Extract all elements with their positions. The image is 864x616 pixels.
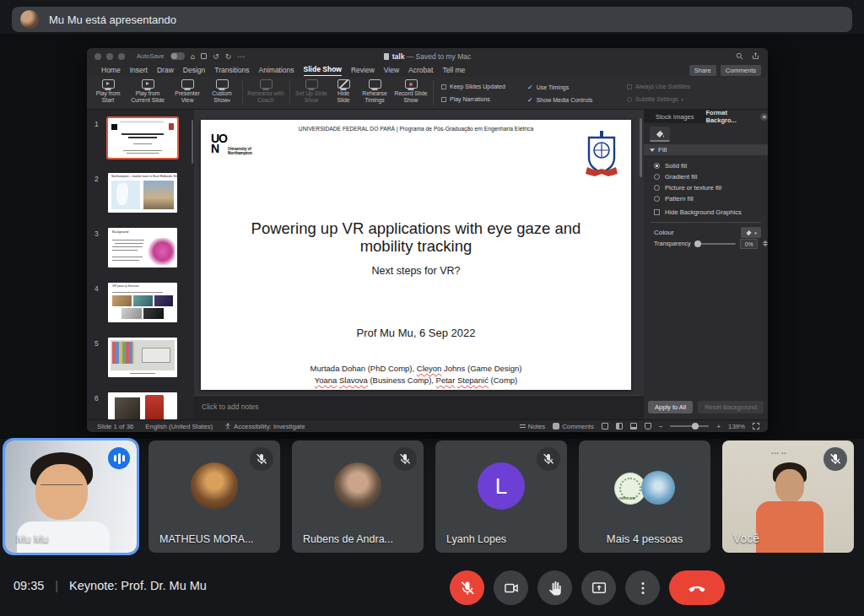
share-window-icon bbox=[752, 52, 759, 60]
leave-call-button[interactable] bbox=[669, 570, 725, 605]
ppt-titlebar: AutoSave ⌂ ↺ ↻ ⋯ talk — Saved to my Mac bbox=[87, 48, 768, 64]
participant-name: Rubens de Andra... bbox=[303, 533, 393, 545]
zoom-level: 139% bbox=[728, 423, 745, 430]
tab-animations: Animations bbox=[259, 66, 294, 76]
document-icon bbox=[384, 53, 389, 60]
rehearse-timings-button: Rehearse Timings bbox=[359, 79, 391, 104]
mic-toggle-button[interactable] bbox=[450, 570, 484, 605]
subtitle-settings-button: Subtitle Settings▾ bbox=[627, 96, 683, 102]
tile-rubens[interactable]: Rubens de Andra... bbox=[292, 440, 424, 553]
tab-draw: Draw bbox=[157, 66, 174, 76]
gradient-fill-radio: Gradient fill bbox=[644, 171, 768, 182]
keep-slides-updated-checkbox: Keep Slides Updated bbox=[441, 84, 505, 89]
slideshow-view-icon bbox=[645, 423, 651, 430]
tab-slide-show: Slide Show bbox=[304, 65, 342, 76]
present-screen-button[interactable] bbox=[581, 570, 616, 605]
tile-more-people[interactable]: GERCOM Mais 4 pessoas bbox=[579, 440, 710, 553]
language-indicator: English (United States) bbox=[145, 423, 213, 430]
clock: 09:35 bbox=[14, 579, 44, 592]
accessibility-status: Accessibility: Investigate bbox=[224, 423, 305, 430]
slide-show-ribbon: Play from Start Play from Current Slide … bbox=[87, 77, 768, 110]
participant-name: Lyanh Lopes bbox=[446, 533, 506, 545]
ufpa-crest bbox=[584, 130, 619, 179]
transparency-row: Transparency 0% bbox=[644, 238, 768, 249]
photo-avatar bbox=[641, 471, 675, 505]
zoom-out-button: − bbox=[659, 423, 663, 430]
tile-you[interactable]: ▪▪▪ ▪▪ Você bbox=[722, 440, 854, 553]
accessibility-icon bbox=[224, 423, 231, 430]
avatar bbox=[334, 462, 381, 510]
canvas-scrollbar bbox=[640, 118, 642, 177]
show-media-controls-checkbox: ✓Show Media Controls bbox=[527, 96, 592, 104]
thumbnail-slide-1 bbox=[108, 118, 177, 158]
tile-mu-mu[interactable]: Mu Mu bbox=[5, 440, 137, 553]
presenter-view-button: Presenter View bbox=[171, 79, 203, 104]
apply-to-all-button: Apply to All bbox=[648, 401, 693, 413]
solid-fill-radio: Solid fill bbox=[644, 160, 768, 171]
tile-matheus[interactable]: MATHEUS MORA... bbox=[148, 440, 280, 553]
use-timings-checkbox: ✓Use Timings bbox=[527, 84, 569, 91]
mic-off-icon bbox=[393, 447, 417, 471]
slide-canvas: UNIVERSIDADE FEDERAL DO PARÁ | Programa … bbox=[194, 110, 644, 397]
slide-presenter-line: Prof Mu Mu, 6 Sep 2022 bbox=[201, 327, 631, 339]
presenter-avatar bbox=[20, 10, 39, 29]
divider: | bbox=[55, 579, 58, 592]
screen-share-stage: AutoSave ⌂ ↺ ↻ ⋯ talk — Saved to my Mac bbox=[0, 34, 864, 439]
uon-logo: UO N University ofNorthampton bbox=[211, 134, 227, 154]
record-slide-show-button: Record Slide Show bbox=[394, 79, 428, 104]
transparency-value: 0% bbox=[740, 239, 758, 249]
tile-lyanh[interactable]: L Lyanh Lopes bbox=[435, 440, 567, 553]
hide-background-graphics-checkbox: Hide Background Graphics bbox=[644, 207, 768, 218]
camera-toggle-button[interactable] bbox=[494, 570, 528, 605]
reading-view-icon bbox=[630, 423, 637, 430]
speaking-indicator-icon bbox=[108, 447, 130, 469]
tab-acrobat: Acrobat bbox=[408, 66, 433, 76]
paint-bucket-icon bbox=[745, 229, 753, 236]
play-from-current-slide-button: Play from Current Slide bbox=[127, 79, 168, 104]
zoom-slider bbox=[670, 425, 709, 427]
thumbnail-scrollbar bbox=[192, 120, 193, 164]
mic-off-icon bbox=[250, 447, 273, 471]
meet-app: Mu Mu está apresentando AutoSave ⌂ ↺ ↻ ⋯… bbox=[0, 0, 864, 616]
powerpoint-window: AutoSave ⌂ ↺ ↻ ⋯ talk — Saved to my Mac bbox=[87, 48, 768, 432]
play-from-start-button: Play from Start bbox=[92, 79, 124, 104]
mic-off-icon bbox=[537, 447, 560, 471]
slide-authors: Murtada Dohan (PhD Comp), Cleyon Johns (… bbox=[201, 363, 631, 386]
ppt-comments-button: Comments bbox=[721, 65, 761, 76]
thumbnail-slide-4: VR (was a) forecast bbox=[108, 283, 177, 322]
tab-transitions: Transitions bbox=[214, 66, 249, 76]
search-icon bbox=[736, 52, 743, 60]
paint-bucket-icon bbox=[655, 128, 665, 138]
tab-view: View bbox=[384, 66, 399, 76]
custom-show-button: Custom Show▾ bbox=[207, 79, 237, 104]
play-narrations-checkbox: Play Narrations bbox=[441, 96, 490, 102]
thumbnail-slide-5 bbox=[108, 338, 177, 377]
slide-counter: Slide 1 of 36 bbox=[97, 423, 133, 430]
fill-section-header: Fill bbox=[644, 144, 768, 155]
thumbnail-slide-6 bbox=[108, 392, 177, 419]
current-slide: UNIVERSIDADE FEDERAL DO PARÁ | Programa … bbox=[201, 120, 631, 390]
chevron-down-icon: ▾ bbox=[228, 98, 230, 103]
tab-format-background: Format Backgro... × bbox=[706, 110, 769, 123]
always-use-subtitles-checkbox: Always Use Subtitles bbox=[627, 84, 690, 89]
thumbnail-slide-2: Northampton – market town in East Midlan… bbox=[108, 173, 177, 213]
rehearse-with-coach-button: Rehearse with Coach bbox=[247, 79, 284, 104]
transparency-stepper bbox=[763, 240, 768, 246]
pattern-fill-radio: Pattern fill bbox=[644, 193, 768, 204]
more-options-button[interactable] bbox=[625, 570, 660, 605]
group-avatars: GERCOM bbox=[614, 471, 675, 505]
comments-toggle: Comments bbox=[553, 423, 594, 430]
ppt-menubar: Home Insert Draw Design Transitions Anim… bbox=[87, 64, 768, 77]
mic-off-icon bbox=[824, 447, 847, 471]
participant-name: Mais 4 pessoas bbox=[579, 532, 710, 545]
colour-picker-button: ▾ bbox=[741, 227, 761, 238]
slide-sorter-view-icon bbox=[616, 423, 623, 430]
hide-slide-button: Hide Slide bbox=[332, 79, 355, 104]
meeting-title: Keynote: Prof. Dr. Mu Mu bbox=[69, 579, 207, 592]
meet-bottom-bar: 09:35 | Keynote: Prof. Dr. Mu Mu bbox=[0, 567, 864, 616]
set-up-slide-show-button: Set Up Slide Show bbox=[294, 79, 328, 104]
comment-icon bbox=[553, 423, 559, 430]
raise-hand-button[interactable] bbox=[537, 570, 572, 605]
letter-avatar: L bbox=[478, 462, 525, 510]
participant-name: Mu Mu bbox=[16, 533, 48, 545]
